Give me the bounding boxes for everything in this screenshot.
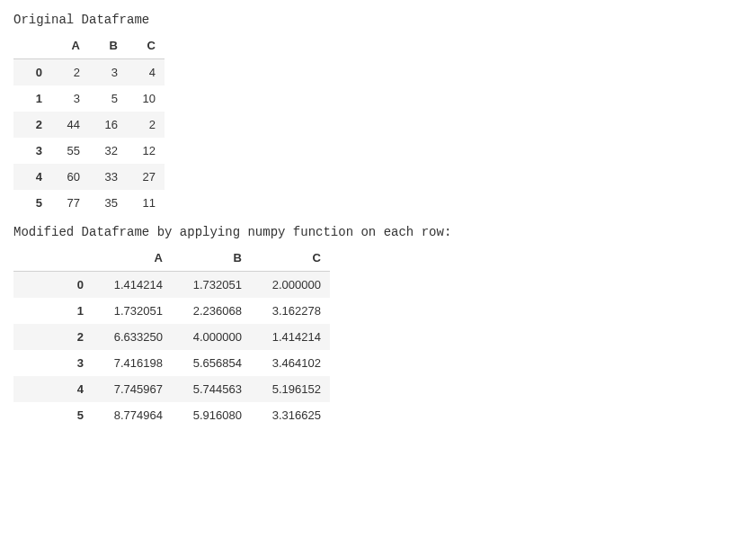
- cell-c: 5.196152: [251, 376, 330, 402]
- cell-a: 7.745967: [93, 376, 172, 402]
- row-index: 2: [13, 112, 51, 138]
- cell-c: 3.162278: [251, 298, 330, 324]
- cell-b: 4.000000: [172, 324, 251, 350]
- cell-a: 2: [51, 59, 89, 86]
- table-row: 1 3 5 10: [13, 85, 165, 112]
- table-row: 5 77 35 11: [13, 190, 165, 216]
- row-index: 5: [13, 402, 93, 428]
- row-index: 4: [13, 164, 51, 190]
- table-row: 2 6.633250 4.000000 1.414214: [13, 324, 330, 350]
- row-index: 5: [13, 190, 51, 216]
- header-col-c: C: [251, 245, 330, 272]
- cell-c: 2.000000: [251, 272, 330, 299]
- cell-a: 1.732051: [93, 298, 172, 324]
- header-col-b: B: [89, 32, 127, 59]
- cell-c: 4: [127, 59, 165, 86]
- cell-b: 3: [89, 59, 127, 86]
- cell-a: 60: [51, 164, 89, 190]
- cell-a: 55: [51, 138, 89, 164]
- cell-b: 5.656854: [172, 350, 251, 376]
- modified-dataframe: A B C 0 1.414214 1.732051 2.000000 1 1.7…: [13, 245, 330, 428]
- cell-b: 5: [89, 85, 127, 112]
- cell-b: 5.916080: [172, 402, 251, 428]
- cell-a: 7.416198: [93, 350, 172, 376]
- header-col-b: B: [172, 245, 251, 272]
- cell-a: 6.633250: [93, 324, 172, 350]
- cell-b: 35: [89, 190, 127, 216]
- cell-c: 2: [127, 112, 165, 138]
- cell-c: 11: [127, 190, 165, 216]
- original-dataframe: A B C 0 2 3 4 1 3 5 10 2 44 16 2 3 55 32…: [13, 32, 165, 216]
- row-index: 3: [13, 138, 51, 164]
- table-row: 4 7.745967 5.744563 5.196152: [13, 376, 330, 402]
- cell-b: 1.732051: [172, 272, 251, 299]
- row-index: 0: [13, 59, 51, 86]
- cell-c: 12: [127, 138, 165, 164]
- table-row: 5 8.774964 5.916080 3.316625: [13, 402, 330, 428]
- cell-a: 3: [51, 85, 89, 112]
- row-index: 2: [13, 324, 93, 350]
- cell-a: 8.774964: [93, 402, 172, 428]
- header-blank: [13, 245, 93, 272]
- cell-c: 10: [127, 85, 165, 112]
- row-index: 3: [13, 350, 93, 376]
- row-index: 0: [13, 272, 93, 299]
- cell-c: 1.414214: [251, 324, 330, 350]
- table-row: 0 1.414214 1.732051 2.000000: [13, 272, 330, 299]
- header-col-a: A: [51, 32, 89, 59]
- cell-a: 77: [51, 190, 89, 216]
- modified-caption: Modified Dataframe by applying numpy fun…: [13, 225, 743, 239]
- table-row: 3 55 32 12: [13, 138, 165, 164]
- header-blank: [13, 32, 51, 59]
- cell-c: 3.316625: [251, 402, 330, 428]
- table-row: 1 1.732051 2.236068 3.162278: [13, 298, 330, 324]
- cell-c: 27: [127, 164, 165, 190]
- table-row: 2 44 16 2: [13, 112, 165, 138]
- cell-b: 33: [89, 164, 127, 190]
- table-row: 3 7.416198 5.656854 3.464102: [13, 350, 330, 376]
- table-row: 4 60 33 27: [13, 164, 165, 190]
- table-row: 0 2 3 4: [13, 59, 165, 86]
- header-col-c: C: [127, 32, 165, 59]
- row-index: 1: [13, 85, 51, 112]
- cell-c: 3.464102: [251, 350, 330, 376]
- cell-a: 1.414214: [93, 272, 172, 299]
- row-index: 1: [13, 298, 93, 324]
- cell-b: 16: [89, 112, 127, 138]
- original-caption: Original Dataframe: [13, 13, 743, 27]
- cell-b: 2.236068: [172, 298, 251, 324]
- row-index: 4: [13, 376, 93, 402]
- cell-a: 44: [51, 112, 89, 138]
- table-header-row: A B C: [13, 32, 165, 59]
- header-col-a: A: [93, 245, 172, 272]
- table-header-row: A B C: [13, 245, 330, 272]
- cell-b: 5.744563: [172, 376, 251, 402]
- cell-b: 32: [89, 138, 127, 164]
